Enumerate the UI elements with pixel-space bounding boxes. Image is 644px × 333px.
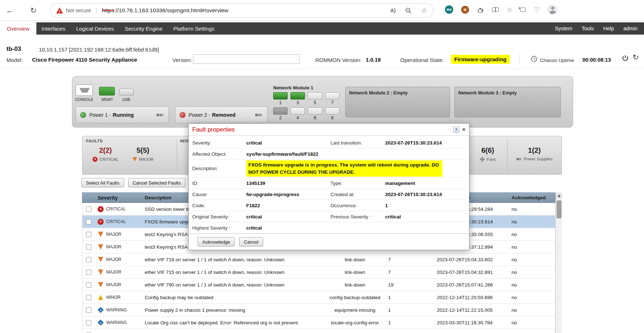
row-checkbox[interactable] — [86, 232, 91, 237]
acknowledge-button[interactable]: Acknowledge — [198, 237, 235, 247]
checkbox-cell — [82, 316, 95, 329]
fault-acknowledged: no — [504, 241, 555, 253]
row-checkbox[interactable] — [86, 282, 91, 288]
fault-table-row[interactable]: MINORConfig backup may be outdatedconfig… — [82, 291, 555, 304]
severity-label: MAJOR — [106, 270, 121, 275]
system-reload-icon[interactable]: ↻ — [632, 53, 639, 62]
fault-table-row[interactable]: MAJORether VIF 790 on server 1 / 1 of sw… — [82, 279, 555, 291]
browser-essentials-icon[interactable]: ♡ — [534, 6, 540, 13]
zoom-out-icon[interactable] — [405, 7, 412, 14]
header-acknowledged[interactable]: Acknowledged — [504, 193, 555, 203]
field-label: Last transition: — [330, 140, 385, 146]
severity-label: MAJOR — [106, 244, 121, 249]
nav-tab-overview[interactable]: Overview — [0, 22, 36, 35]
url-text[interactable]: https://10.76.1.163:10336/sspmgmt.html#!… — [102, 7, 228, 14]
power-supply-2[interactable]: Power 2 - Removed — [175, 106, 267, 123]
nav-tools[interactable]: Tools — [582, 26, 594, 31]
nav-help[interactable]: Help — [603, 26, 614, 31]
collections-icon[interactable] — [520, 8, 526, 12]
row-checkbox[interactable] — [86, 320, 91, 325]
fault-table-row[interactable]: MAJORether VIF 718 on server 1 / 1 of sw… — [82, 253, 555, 266]
field-value: F1822 — [246, 203, 330, 208]
port-column: 6 — [308, 107, 322, 120]
version-input[interactable] — [193, 54, 300, 64]
favorites-bar-icon[interactable]: ☆ — [506, 6, 512, 13]
field-label: ID: — [192, 181, 246, 186]
power-button-icon[interactable] — [622, 54, 629, 62]
mgmt-port-icon[interactable] — [99, 87, 115, 96]
fault-table-row[interactable]: MAJORether VIF 715 on server 1 / 1 of sw… — [82, 266, 555, 279]
favorite-star-icon[interactable]: ☆ — [421, 6, 427, 15]
power-supplies-count: 1(2) — [510, 146, 559, 155]
nav-tab-logical-devices[interactable]: Logical Devices — [71, 22, 119, 35]
port-3[interactable] — [291, 92, 305, 99]
port-8[interactable] — [325, 107, 339, 115]
major-faults-summary[interactable]: 5(5) MAJOR — [126, 146, 159, 162]
network-module-3[interactable]: Network Module 3 : Empty — [454, 87, 561, 117]
nav-system[interactable]: System — [555, 26, 572, 31]
severity-warning-icon — [98, 307, 104, 313]
severity-label: CRITICAL — [106, 219, 126, 224]
extensions-puzzle-icon[interactable] — [477, 6, 484, 13]
field-value: FXOS firmware upgrade is in progress. Th… — [246, 160, 442, 177]
browser-refresh-icon[interactable]: ↻ — [30, 6, 37, 15]
cancel-button[interactable]: Cancel — [239, 237, 263, 247]
row-checkbox[interactable] — [86, 307, 91, 313]
row-checkbox[interactable] — [86, 219, 91, 225]
nav-tab-interfaces[interactable]: Interfaces — [36, 22, 71, 35]
profile-avatar[interactable] — [548, 5, 557, 14]
me-extension-icon[interactable]: me — [445, 5, 453, 14]
nav-tab-security-engine[interactable]: Security Engine — [119, 22, 168, 35]
port-number: 1 — [273, 100, 288, 105]
field-value: critical — [246, 214, 330, 219]
extension-icon[interactable] — [461, 6, 469, 14]
fans-summary[interactable]: 6(6) Fans — [471, 146, 504, 162]
fault-table-row[interactable]: WARNINGLocale Org cisc can't be deployed… — [82, 316, 555, 329]
power-supply-icon — [516, 157, 522, 161]
table-scrollbar[interactable] — [555, 192, 562, 333]
scrollbar-up-arrow-icon[interactable] — [556, 192, 562, 199]
dialog-close-icon[interactable]: × — [462, 127, 465, 133]
critical-faults-summary[interactable]: 2(2) CRITICAL — [89, 146, 122, 162]
split-screen-icon[interactable] — [492, 7, 499, 12]
browser-back-icon[interactable]: ← — [6, 6, 14, 15]
power-supply-1[interactable]: Power 1 - Running — [76, 106, 169, 123]
port-7[interactable] — [325, 92, 339, 99]
fault-cause: equipment-missing — [326, 304, 384, 316]
console-port-icon[interactable] — [76, 84, 93, 96]
dialog-help-icon[interactable]: ? — [453, 126, 459, 133]
row-checkbox[interactable] — [86, 295, 91, 300]
port-6[interactable] — [308, 107, 322, 115]
header-severity[interactable]: Severity — [95, 193, 143, 203]
fault-time — [425, 329, 504, 333]
fault-table-row[interactable] — [82, 329, 555, 333]
checkbox-cell — [82, 253, 95, 266]
checkbox-cell — [82, 279, 95, 291]
usb-port-icon[interactable] — [119, 89, 134, 96]
checkbox-cell — [82, 329, 95, 333]
version-label: Version: — [172, 57, 192, 63]
address-bar[interactable]: ! Not secure | https://10.76.1.163:10336… — [50, 3, 433, 18]
port-4[interactable] — [291, 107, 305, 115]
port-number: 5 — [308, 100, 322, 105]
row-checkbox[interactable] — [86, 257, 91, 262]
row-checkbox[interactable] — [86, 270, 91, 275]
read-aloud-icon[interactable]: A) — [390, 8, 396, 13]
port-5[interactable] — [308, 92, 322, 99]
select-all-faults-button[interactable]: Select All Faults — [81, 178, 124, 187]
fault-table-row[interactable]: WARNINGPower supply 2 in chassis 1 prese… — [82, 304, 555, 316]
fault-occurrence: 7 — [384, 253, 425, 266]
cancel-selected-faults-button[interactable]: Cancel Selected Faults — [128, 178, 186, 187]
network-module-2[interactable]: Network Module 2 : Empty — [345, 87, 450, 117]
nav-tab-platform-settings[interactable]: Platform Settings — [168, 22, 220, 35]
row-checkbox[interactable] — [86, 207, 91, 212]
row-checkbox[interactable] — [86, 244, 91, 250]
dialog-title: Fault properties — [192, 126, 235, 133]
power-supplies-summary[interactable]: 1(2) Power Supplies — [510, 146, 559, 161]
nav-right: SystemToolsHelpadmin — [555, 22, 644, 35]
not-secure-label[interactable]: Not secure — [66, 8, 91, 13]
nav-admin[interactable]: admin — [623, 26, 638, 31]
scrollbar-thumb[interactable] — [557, 200, 562, 218]
port-2[interactable] — [273, 107, 288, 115]
port-1[interactable] — [273, 92, 288, 99]
